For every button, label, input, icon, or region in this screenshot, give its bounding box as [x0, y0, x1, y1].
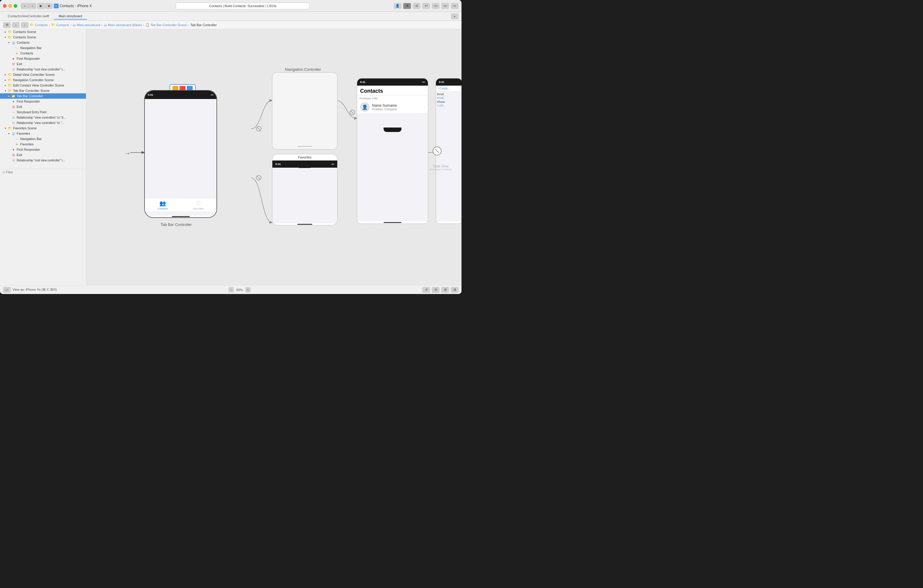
account-icon[interactable]: 👤 [394, 3, 401, 9]
sidebar-item-contacts-item[interactable]: ★ Contacts [0, 51, 86, 56]
triangle-icon [5, 79, 7, 81]
contact-avatar: 👤 [360, 102, 370, 112]
triangle-icon [8, 41, 11, 44]
breadcrumb-contacts-group[interactable]: 📁 Contacts [51, 23, 69, 27]
canvas-area[interactable]: → 9:41 ▪▪▪ [86, 29, 462, 285]
back-button[interactable]: ‹ [21, 3, 28, 9]
tab-storyboard-label: Main.storyboard [59, 14, 82, 18]
play-button[interactable]: ▶ [37, 3, 45, 9]
sidebar-item-first-responder-2[interactable]: ● First Responder [0, 99, 86, 104]
status-bar: 9:41 ▪▪▪ [145, 91, 217, 99]
entry-point-arrow: → [124, 149, 131, 157]
sidebar-item-exit-1[interactable]: ⊟ Exit [0, 61, 86, 67]
bottom-left: ▭ View as: iPhone Xs (⌘ C ⌘R) [3, 287, 57, 293]
tab-swift[interactable]: ContactsViewController.swift [3, 13, 54, 20]
stop-button[interactable]: ■ [45, 3, 53, 9]
relationship-icon: ⊙ [11, 115, 15, 120]
build-status-bar: Contacts | Build Contacts: Succeeded | 1… [92, 3, 394, 9]
sidebar-item-storyboard-entry[interactable]: → Storyboard Entry Point [0, 109, 86, 115]
layout-icon-br3[interactable]: ⊠ [451, 287, 458, 293]
sidebar-item-relationship-3[interactable]: ⊙ Relationship "view controllers" to "..… [0, 120, 86, 125]
breadcrumb-back[interactable]: ‹ [12, 22, 20, 28]
folder-icon: 📁 [8, 89, 12, 93]
svg-line-3 [257, 127, 260, 130]
detail-nav: ‹ Conta... [436, 85, 462, 92]
filter-input[interactable] [6, 170, 84, 174]
layout-icon-br1[interactable]: ⊟ [432, 287, 440, 293]
sidebar-item-first-responder-3[interactable]: ● First Responder [0, 147, 86, 152]
triangle-icon [8, 132, 11, 135]
bottom-center: − 60% + [57, 287, 422, 292]
sidebar-label: Favorites Scene [13, 126, 36, 130]
sidebar-label: First Responder [16, 148, 40, 151]
nav-icon: ◎ [11, 40, 15, 44]
detail-time: 9:41 [439, 80, 444, 84]
sidebar-item-navigation-bar-fav[interactable]: ▭ Navigation Bar [0, 136, 86, 141]
sidebar-item-first-responder-1[interactable]: ● First Responder [0, 56, 86, 61]
sidebar-item-contacts-vc[interactable]: ◎ Contacts [0, 40, 86, 45]
sidebar-label: Relationship "view controllers" to "... [16, 121, 64, 125]
sidebar-item-favorites-scene[interactable]: 📁 Favorites Scene [0, 125, 86, 131]
sidebar-label: Favorites [20, 142, 34, 146]
sidebar-item-detail-scene[interactable]: 📁 Detail View Controller Scene [0, 72, 86, 77]
breadcrumb-tab-bar-controller[interactable]: Tab Bar Controller [190, 23, 217, 27]
add-tab-button[interactable]: + [451, 13, 458, 19]
sidebar-item-relationship-1[interactable]: ⊙ Relationship "root view controller" t.… [0, 67, 86, 72]
breadcrumb-forward[interactable]: › [21, 22, 28, 28]
titlebar: ‹ › ▶ ■ C Contacts › iPhone X Contacts |… [0, 0, 462, 12]
sidebar-item-exit-3[interactable]: ⊟ Exit [0, 152, 86, 158]
sidebar-item-favorites-item[interactable]: ★ Favorites [0, 141, 86, 147]
fav-time: 9:41 [275, 163, 281, 166]
breadcrumb-main-storyboard-base[interactable]: 🗂 Main.storyboard (Base) [104, 23, 142, 27]
sidebar-label: First Responder [16, 57, 40, 60]
folder-icon: 📁 [8, 83, 12, 87]
editor-icon[interactable]: ⊞ [403, 3, 411, 9]
view-mode-icon[interactable]: ▭ [3, 287, 11, 293]
sidebar-item-exit-2[interactable]: ⊟ Exit [0, 104, 86, 109]
layout-icon2[interactable]: ▭ [441, 3, 449, 9]
sidebar-item-relationship-2[interactable]: ⊙ Relationship "view controllers" to "It… [0, 115, 86, 120]
triangle-icon [5, 84, 7, 87]
breadcrumb-main-storyboard[interactable]: 🗂 Main.storyboard [72, 23, 100, 27]
contacts-tab: 👥 Contacts [157, 200, 168, 210]
editor-tabbar: ContactsViewController.swift Main.storyb… [0, 12, 462, 21]
relationship-icon: ⊙ [11, 67, 15, 71]
breadcrumb-tab-bar-scene[interactable]: 📋 Tab Bar Controller Scene [145, 23, 187, 27]
sidebar-label: Contacts [20, 51, 33, 55]
navigator-toggle[interactable]: ⊞ [3, 22, 11, 28]
status-icons: ▪▪▪ [210, 94, 214, 96]
connection-circle [431, 145, 443, 157]
sidebar-item-contacts-scene[interactable]: 📁 Contacts Scene [0, 34, 86, 40]
sidebar-item-navigation-bar[interactable]: ▭ Navigation Bar [0, 45, 86, 51]
home-indicator-area [145, 215, 217, 217]
exit-icon: ⊟ [11, 105, 15, 109]
table-view-text: Table View [430, 164, 452, 168]
sidebar-item-favorites-vc[interactable]: ◎ Favorites [0, 131, 86, 136]
zoom-minus-btn[interactable]: − [228, 287, 234, 292]
sidebar-item-tab-bar-controller[interactable]: 📁 Tab Bar Controller [0, 94, 86, 99]
forward-button[interactable]: › [28, 3, 36, 9]
maximize-button[interactable] [14, 4, 17, 8]
folder-icon: 📁 [8, 35, 12, 39]
sidebar-item-tab-bar-scene[interactable]: 📁 Tab Bar Controller Scene [0, 88, 86, 94]
close-button[interactable] [3, 4, 7, 8]
sidebar-item-nav-controller-scene[interactable]: 📁 Navigation Controller Scene [0, 77, 86, 83]
library-icon[interactable]: ⊙ [413, 3, 420, 9]
back-nav-icon[interactable]: ↩ [422, 3, 430, 9]
triangle-icon [5, 127, 7, 130]
sidebar-item-contacts-scene-top[interactable]: 📁 Contacts Scene [0, 29, 86, 34]
layout-icon1[interactable]: ▭ [432, 3, 440, 9]
layout-icon-br2[interactable]: ⊞ [441, 287, 449, 293]
layout-icon3[interactable]: ▭ [451, 3, 458, 9]
sidebar-item-relationship-4[interactable]: ⊙ Relationship "root view controller" t.… [0, 158, 86, 163]
sidebar-item-edit-contact-scene[interactable]: 📁 Edit Contact View Controller Scene [0, 83, 86, 88]
minimize-button[interactable] [8, 4, 12, 8]
breadcrumb-contacts-folder[interactable]: 📁 Contacts [30, 23, 48, 27]
phone-label: Phone [437, 100, 461, 103]
nav-controller-bottom-phone: Favorites 9:41 ▪▪▪ [272, 154, 338, 225]
zoom-plus-btn[interactable]: + [245, 287, 251, 292]
refresh-icon[interactable]: ↺ [422, 287, 430, 293]
tab-storyboard[interactable]: Main.storyboard [54, 13, 87, 20]
star-icon: ★ [15, 142, 19, 146]
prototype-cells-label: Prototype Cells [357, 96, 428, 100]
